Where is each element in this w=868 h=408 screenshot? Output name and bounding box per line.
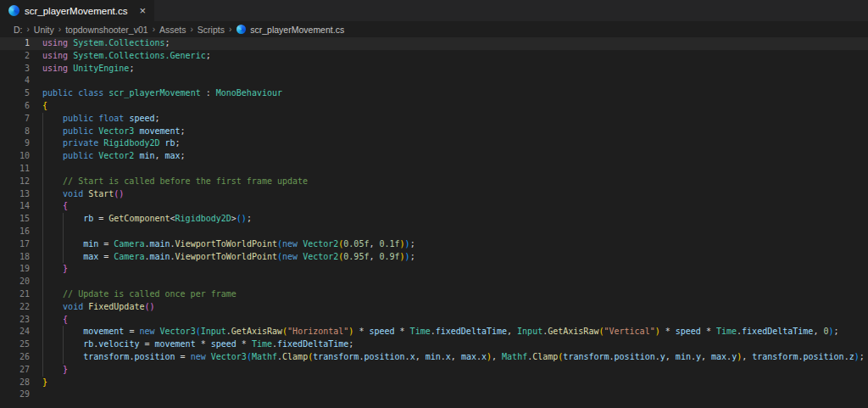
indent-guide bbox=[63, 251, 83, 264]
indent-guide bbox=[42, 326, 63, 338]
code-line[interactable]: 2using System.Collections.Generic; bbox=[0, 50, 868, 63]
line-number: 28 bbox=[0, 377, 30, 389]
indent-guide bbox=[63, 226, 83, 238]
line-number: 9 bbox=[0, 137, 30, 150]
code-line-text bbox=[30, 75, 42, 87]
code-line[interactable]: 25 rb.velocity = movement * speed * Time… bbox=[0, 338, 868, 351]
code-line-text: transform.position = new Vector3(Mathf.C… bbox=[30, 351, 865, 364]
code-line[interactable]: 14 { bbox=[0, 200, 868, 213]
line-number: 11 bbox=[0, 163, 30, 176]
indent-guide bbox=[42, 150, 63, 163]
code-line[interactable]: 13 void Start() bbox=[0, 188, 868, 201]
code-line[interactable]: 17 min = Camera.main.ViewportToWorldPoin… bbox=[0, 238, 868, 251]
line-number: 8 bbox=[0, 126, 30, 138]
code-line-text: } bbox=[30, 377, 47, 389]
breadcrumb-item[interactable]: Scripts bbox=[197, 25, 225, 35]
code-line-text: rb.velocity = movement * speed * Time.fi… bbox=[30, 338, 353, 351]
code-line-text bbox=[30, 388, 42, 401]
code-line[interactable]: 9 private Rigidbody2D rb; bbox=[0, 137, 868, 150]
line-number: 16 bbox=[0, 226, 30, 238]
code-line[interactable]: 7 public float speed; bbox=[0, 113, 868, 126]
code-line[interactable]: 27 } bbox=[0, 364, 868, 377]
code-line[interactable]: 4 bbox=[0, 75, 868, 87]
code-line[interactable]: 3using UnityEngine; bbox=[0, 63, 868, 75]
tab-scr-playermovement[interactable]: scr_playerMovement.cs × bbox=[0, 0, 154, 21]
code-line-text: // Start is called before the first fram… bbox=[30, 176, 308, 188]
code-line-text bbox=[30, 276, 63, 288]
code-line[interactable]: 8 public Vector3 movement; bbox=[0, 126, 868, 138]
breadcrumb-item[interactable]: topdownshooter_v01 bbox=[64, 25, 149, 35]
indent-guide bbox=[63, 238, 83, 251]
csharp-file-icon bbox=[236, 25, 246, 34]
code-line[interactable]: 18 max = Camera.main.ViewportToWorldPoin… bbox=[0, 251, 868, 264]
code-line-text bbox=[30, 163, 63, 176]
indent-guide bbox=[42, 188, 63, 201]
code-line-text: min = Camera.main.ViewportToWorldPoint(n… bbox=[30, 238, 415, 251]
indent-guide bbox=[63, 338, 83, 351]
indent-guide bbox=[42, 126, 63, 138]
code-line[interactable]: 28} bbox=[0, 377, 868, 389]
code-line-text: void FixedUpdate() bbox=[30, 301, 155, 314]
indent-guide bbox=[42, 364, 63, 377]
line-number: 10 bbox=[0, 150, 30, 163]
code-line[interactable]: 16 bbox=[0, 226, 868, 238]
close-icon[interactable]: × bbox=[137, 5, 147, 16]
code-line[interactable]: 19 } bbox=[0, 263, 868, 276]
breadcrumb-item[interactable]: D: bbox=[13, 25, 24, 35]
indent-guide bbox=[42, 351, 63, 364]
code-line-text bbox=[30, 226, 83, 238]
line-number: 17 bbox=[0, 238, 30, 251]
code-line-text: private Rigidbody2D rb; bbox=[30, 137, 181, 150]
indent-guide bbox=[42, 163, 63, 176]
tab-bar: scr_playerMovement.cs × bbox=[0, 0, 868, 21]
code-line[interactable]: 22 void FixedUpdate() bbox=[0, 301, 868, 314]
code-line[interactable]: 6{ bbox=[0, 100, 868, 113]
line-number: 19 bbox=[0, 263, 30, 276]
code-line-text: using System.Collections; bbox=[30, 37, 170, 50]
code-line-text: rb = GetComponent<Rigidbody2D>(); bbox=[30, 213, 252, 226]
indent-guide bbox=[42, 288, 63, 301]
line-number: 27 bbox=[0, 364, 30, 377]
line-number: 20 bbox=[0, 276, 30, 288]
line-number: 14 bbox=[0, 200, 30, 213]
code-line[interactable]: 20 bbox=[0, 276, 868, 288]
code-line-text: { bbox=[30, 100, 47, 113]
code-area[interactable]: 1using System.Collections;2using System.… bbox=[0, 37, 868, 401]
indent-guide bbox=[42, 113, 63, 126]
indent-guide bbox=[42, 301, 63, 314]
breadcrumb-item[interactable]: Unity bbox=[33, 25, 55, 35]
line-number: 12 bbox=[0, 176, 30, 188]
indent-guide bbox=[42, 137, 63, 150]
tab-title: scr_playerMovement.cs bbox=[25, 6, 132, 16]
line-number: 15 bbox=[0, 213, 30, 226]
code-line[interactable]: 1using System.Collections; bbox=[0, 37, 868, 50]
indent-guide bbox=[63, 213, 83, 226]
code-line-text: using System.Collections.Generic; bbox=[30, 50, 211, 63]
breadcrumb-item[interactable]: Assets bbox=[159, 25, 187, 35]
breadcrumb: D:›Unity›topdownshooter_v01›Assets›Scrip… bbox=[0, 21, 868, 37]
indent-guide bbox=[42, 276, 63, 288]
indent-guide bbox=[42, 176, 63, 188]
code-line-text: movement = new Vector3(Input.GetAxisRaw(… bbox=[30, 326, 839, 338]
code-line[interactable]: 26 transform.position = new Vector3(Math… bbox=[0, 351, 868, 364]
indent-guide bbox=[63, 351, 83, 364]
code-line[interactable]: 10 public Vector2 min, max; bbox=[0, 150, 868, 163]
code-line-text: void Start() bbox=[30, 188, 124, 201]
code-line[interactable]: 23 { bbox=[0, 314, 868, 327]
code-line[interactable]: 12 // Start is called before the first f… bbox=[0, 176, 868, 188]
breadcrumb-separator: › bbox=[225, 25, 235, 34]
code-line[interactable]: 21 // Update is called once per frame bbox=[0, 288, 868, 301]
indent-guide bbox=[63, 326, 83, 338]
breadcrumb-separator: › bbox=[24, 25, 33, 34]
code-line[interactable]: 15 rb = GetComponent<Rigidbody2D>(); bbox=[0, 213, 868, 226]
code-line[interactable]: 11 bbox=[0, 163, 868, 176]
code-line[interactable]: 5public class scr_playerMovement : MonoB… bbox=[0, 87, 868, 100]
line-number: 3 bbox=[0, 63, 30, 75]
code-line[interactable]: 24 movement = new Vector3(Input.GetAxisR… bbox=[0, 326, 868, 338]
breadcrumb-item-file[interactable]: scr_playerMovement.cs bbox=[250, 25, 344, 35]
line-number: 21 bbox=[0, 288, 30, 301]
line-number: 24 bbox=[0, 326, 30, 338]
line-number: 13 bbox=[0, 188, 30, 201]
code-line[interactable]: 29 bbox=[0, 388, 868, 401]
line-number: 7 bbox=[0, 113, 30, 126]
